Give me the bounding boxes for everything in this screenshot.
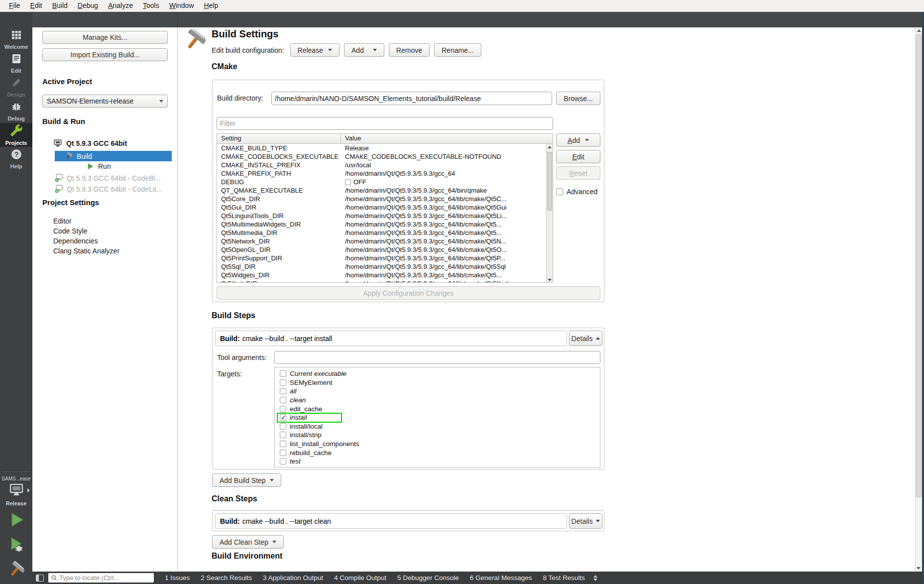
browse-button[interactable]: Browse... — [556, 92, 600, 105]
table-row[interactable]: Qt5OpenGL_DIR/home/dmarin/Qt/Qt5.9.3/5.9… — [217, 245, 553, 254]
table-row[interactable]: CMAKE_PREFIX_PATH/home/dmarin/Qt/Qt5.9.3… — [217, 169, 553, 178]
target-edit-cache[interactable]: edit_cache — [278, 404, 600, 413]
import-existing-build-button[interactable]: Import Existing Build... — [42, 48, 168, 61]
tool-arguments-input[interactable] — [274, 351, 600, 364]
edit-variable-button[interactable]: Edit — [556, 150, 600, 163]
debug-off-checkbox[interactable] — [345, 179, 351, 185]
menu-edit[interactable]: Edit — [25, 0, 47, 11]
menu-build[interactable]: Build — [47, 0, 73, 11]
add-variable-button[interactable]: Add — [556, 133, 600, 147]
build-config-select[interactable]: Release — [290, 43, 340, 57]
mode-sidebar: Welcome Edit Design Debug Projects ? Hel… — [0, 12, 32, 584]
settings-item-editor[interactable]: Editor — [53, 217, 72, 225]
column-setting[interactable]: Setting — [217, 134, 341, 143]
add-clean-step-button[interactable]: Add Clean Step — [212, 535, 284, 549]
table-row[interactable]: CMAKE_INSTALL_PREFIX/usr/local — [217, 161, 553, 169]
rename-config-button[interactable]: Rename... — [434, 43, 481, 57]
menu-tools[interactable]: Tools — [138, 0, 164, 11]
run-button[interactable] — [8, 511, 25, 530]
scroll-up-icon[interactable] — [917, 29, 921, 32]
table-row[interactable]: DEBUGOFF — [217, 178, 553, 186]
mode-welcome[interactable]: Welcome — [0, 27, 32, 51]
pane-search-results[interactable]: 2 Search Results — [195, 572, 257, 584]
target-install-local[interactable]: install/local — [278, 422, 600, 431]
menu-help[interactable]: Help — [199, 0, 223, 11]
mode-projects[interactable]: Projects — [0, 123, 32, 147]
pane-compile-output[interactable]: 4 Compile Output — [329, 572, 392, 584]
pane-general-messages[interactable]: 6 General Messages — [464, 572, 538, 584]
toggle-left-sidebar-button[interactable] — [36, 575, 44, 582]
add-build-step-button[interactable]: Add Build Step — [212, 473, 281, 487]
menu-analyze[interactable]: Analyze — [103, 0, 138, 11]
target-current-executable[interactable]: Current executable — [278, 369, 600, 378]
target-list-install-components[interactable]: list_install_components — [278, 440, 600, 449]
page-scrollbar[interactable] — [915, 27, 922, 572]
debug-run-button[interactable] — [8, 536, 25, 555]
build-directory-input[interactable] — [271, 92, 552, 105]
statusbar-divider — [158, 572, 158, 584]
column-value[interactable]: Value — [341, 134, 553, 143]
menu-debug[interactable]: Debug — [73, 0, 103, 11]
build-step-summary: Build: cmake --build . --target install — [215, 331, 567, 346]
kit-item-codeblocks[interactable]: Qt 5.9.3 GCC 64bit - CodeBl... — [55, 174, 161, 182]
settings-item-code-style[interactable]: Code Style — [53, 227, 87, 235]
table-row[interactable]: Qt5Core_DIR/home/dmarin/Qt/Qt5.9.3/5.9.3… — [217, 195, 553, 203]
table-row[interactable]: CMAKE_BUILD_TYPERelease — [217, 144, 553, 152]
target-rebuild-cache[interactable]: rebuild_cache — [278, 448, 600, 457]
clean-step-details-button[interactable]: Details — [569, 513, 602, 529]
kit-run-item[interactable]: Run — [87, 162, 111, 170]
add-config-button[interactable]: Add — [344, 43, 384, 57]
kit-selector-button[interactable] — [8, 483, 25, 499]
target-all[interactable]: all — [278, 387, 600, 396]
kit-item[interactable]: Qt 5.9.3 GCC 64bit — [53, 139, 127, 147]
scrollbar-thumb[interactable] — [547, 152, 552, 211]
pane-selector-arrows-icon[interactable] — [593, 575, 597, 581]
table-row[interactable]: Qt5Xml_DIR/home/dmarin/Qt/Qt5.9.3/5.9.3/… — [217, 279, 553, 283]
scroll-down-icon[interactable] — [917, 567, 921, 570]
scrollbar-thumb[interactable] — [916, 34, 922, 497]
table-row[interactable]: Qt5Multimedia_DIR/home/dmarin/Qt/Qt5.9.3… — [217, 229, 553, 237]
filter-input[interactable] — [217, 117, 553, 130]
mode-debug[interactable]: Debug — [0, 99, 32, 123]
build-button[interactable] — [8, 561, 25, 581]
build-step-details-button[interactable]: Details — [569, 331, 602, 346]
table-row[interactable]: QT_QMAKE_EXECUTABLE/home/dmarin/Qt/Qt5.9… — [217, 186, 553, 195]
remove-config-button[interactable]: Remove — [389, 43, 430, 57]
table-header: Setting Value — [217, 134, 553, 144]
active-project-select[interactable]: SAMSON-Elements-release — [42, 95, 168, 108]
target-clean[interactable]: clean — [278, 396, 600, 405]
scroll-down-icon[interactable] — [548, 279, 552, 281]
locator-field[interactable] — [48, 573, 154, 583]
pane-test-results[interactable]: 8 Test Results — [537, 572, 590, 584]
kit-build-item-selected[interactable]: Build — [55, 151, 172, 161]
mode-edit[interactable]: Edit — [0, 51, 32, 75]
menu-window[interactable]: Window — [164, 0, 199, 11]
mode-help[interactable]: ? Help — [0, 147, 32, 171]
target-install[interactable]: install — [278, 413, 600, 422]
table-row[interactable]: Qt5Sql_DIR/home/dmarin/Qt/Qt5.9.3/5.9.3/… — [217, 262, 553, 271]
pane-application-output[interactable]: 3 Application Output — [257, 572, 329, 584]
chevron-down-icon — [272, 541, 276, 543]
table-row[interactable]: CMAKE_CODEBLOCKS_EXECUTABLECMAKE_CODEBLO… — [217, 152, 553, 161]
kit-item-codelite[interactable]: Qt 5.9.3 GCC 64bit - CodeLit... — [55, 185, 162, 193]
target-install-strip[interactable]: install/strip — [278, 431, 600, 440]
build-steps-heading: Build Steps — [212, 311, 255, 320]
table-row[interactable]: Qt5Widgets_DIR/home/dmarin/Qt/Qt5.9.3/5.… — [217, 271, 553, 279]
table-row[interactable]: Qt5MultimediaWidgets_DIR/home/dmarin/Qt/… — [217, 220, 553, 229]
table-scrollbar[interactable] — [546, 144, 553, 283]
pane-issues[interactable]: 1 Issues — [159, 572, 195, 584]
manage-kits-button[interactable]: Manage Kits... — [42, 31, 168, 44]
target-semyelement[interactable]: SEMyElement — [278, 378, 600, 387]
menu-file[interactable]: File — [4, 0, 25, 11]
table-row[interactable]: Qt5Network_DIR/home/dmarin/Qt/Qt5.9.3/5.… — [217, 237, 553, 245]
table-row[interactable]: Qt5LinguistTools_DIR/home/dmarin/Qt/Qt5.… — [217, 212, 553, 220]
advanced-checkbox[interactable]: Advanced — [556, 188, 597, 196]
scroll-up-icon[interactable] — [548, 146, 552, 148]
settings-item-clang-analyzer[interactable]: Clang Static Analyzer — [53, 247, 119, 255]
locator-input[interactable] — [59, 574, 146, 582]
pane-debugger-console[interactable]: 5 Debugger Console — [392, 572, 464, 584]
target-test[interactable]: test — [278, 457, 600, 466]
settings-item-dependencies[interactable]: Dependencies — [53, 237, 98, 245]
table-row[interactable]: Qt5Gui_DIR/home/dmarin/Qt/Qt5.9.3/5.9.3/… — [217, 203, 553, 212]
table-row[interactable]: Qt5PrintSupport_DIR/home/dmarin/Qt/Qt5.9… — [217, 254, 553, 262]
